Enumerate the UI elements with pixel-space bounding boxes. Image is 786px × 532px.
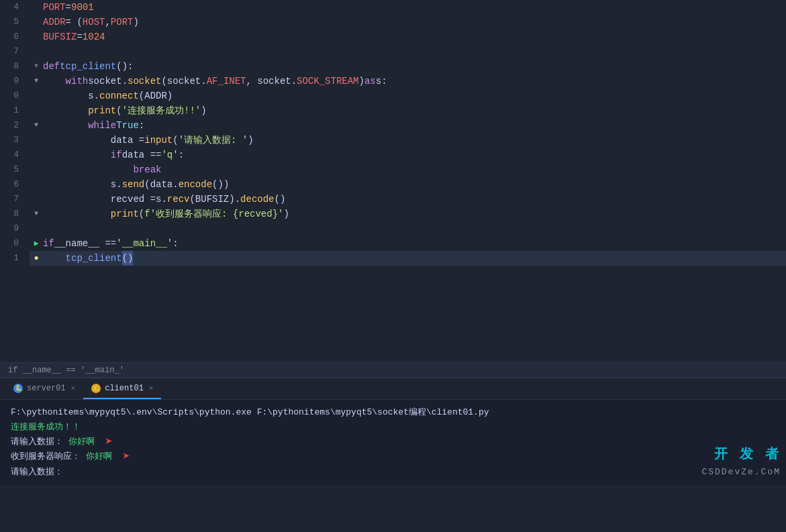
terminal-input1-line: 请输入数据： 你好啊 ➤ bbox=[11, 435, 775, 449]
code-line: BUFSIZ = 1024 bbox=[30, 30, 786, 44]
breadcrumb-bar: if __name__ == '__main_' bbox=[0, 362, 786, 377]
code-line: if data == 'q': bbox=[30, 148, 786, 162]
arrow-icon-2: ➤ bbox=[123, 449, 130, 464]
server-tab-label: server01 bbox=[27, 384, 66, 393]
terminal-area: 🐍 server01 × 🐍 client01 × F:\pythonitems… bbox=[0, 377, 786, 485]
code-line-active: ● tcp_client() bbox=[30, 251, 786, 266]
terminal-response-line: 收到服务器响应： 你好啊 ➤ bbox=[11, 449, 775, 464]
terminal-tabs: 🐍 server01 × 🐍 client01 × bbox=[0, 378, 786, 400]
line-numbers: 4 5 6 7 8 9 0 1 2 3 4 5 6 7 8 9 0 1 bbox=[0, 0, 27, 362]
code-line: ▼ with socket.socket(socket.AF_INET, soc… bbox=[30, 74, 786, 89]
client-tab-close[interactable]: × bbox=[149, 384, 154, 392]
code-line: recved =s.recv(BUFSIZ).decode() bbox=[30, 192, 786, 207]
fold-icon[interactable]: ▼ bbox=[30, 118, 43, 133]
server-tab-close[interactable]: × bbox=[71, 384, 76, 392]
arrow-icon-1: ➤ bbox=[105, 435, 113, 449]
code-line: ADDR = (HOST, PORT) bbox=[30, 15, 786, 30]
client-tab-label: client01 bbox=[105, 384, 144, 393]
tab-client01[interactable]: 🐍 client01 × bbox=[83, 378, 161, 399]
fold-icon[interactable]: ▼ bbox=[30, 207, 43, 221]
code-line: print('连接服务成功!!') bbox=[30, 103, 786, 118]
code-line bbox=[30, 221, 786, 236]
breakpoint-icon[interactable]: ● bbox=[30, 251, 43, 266]
code-line: ▶ if __name__ == '__main__': bbox=[30, 236, 786, 251]
code-line: data = input('请输入数据: ') bbox=[30, 133, 786, 148]
client-tab-icon: 🐍 bbox=[91, 384, 101, 393]
server-tab-icon: 🐍 bbox=[13, 384, 23, 393]
code-line: ▼ print(f'收到服务器响应: {recved}') bbox=[30, 207, 786, 221]
breadcrumb-text: if __name__ == '__main_' bbox=[8, 366, 124, 375]
editor-area: 4 5 6 7 8 9 0 1 2 3 4 5 6 7 8 9 0 1 PORT… bbox=[0, 0, 786, 362]
terminal-content[interactable]: F:\pythonitems\mypyqt5\.env\Scripts\pyth… bbox=[0, 400, 786, 485]
code-line bbox=[30, 44, 786, 59]
code-line: s.connect(ADDR) bbox=[30, 89, 786, 103]
terminal-connected-line: 连接服务成功！！ bbox=[11, 420, 775, 435]
terminal-input2-line: 请输入数据： bbox=[11, 465, 775, 480]
code-container: 4 5 6 7 8 9 0 1 2 3 4 5 6 7 8 9 0 1 PORT… bbox=[0, 0, 786, 362]
code-line: s.send(data.encode()) bbox=[30, 177, 786, 192]
code-line: ▼ while True: bbox=[30, 118, 786, 133]
fold-icon[interactable]: ▼ bbox=[30, 74, 43, 89]
fold-icon[interactable]: ▼ bbox=[30, 59, 43, 74]
code-line: PORT = 9001 bbox=[30, 0, 786, 15]
code-lines[interactable]: PORT = 9001 ADDR = (HOST, PORT) BUFSIZ =… bbox=[27, 0, 786, 362]
code-line: break bbox=[30, 162, 786, 177]
tab-server01[interactable]: 🐍 server01 × bbox=[5, 378, 83, 399]
run-icon[interactable]: ▶ bbox=[30, 236, 43, 251]
code-line: ▼ def tcp_client(): bbox=[30, 59, 786, 74]
terminal-cmd-line: F:\pythonitems\mypyqt5\.env\Scripts\pyth… bbox=[11, 405, 775, 420]
